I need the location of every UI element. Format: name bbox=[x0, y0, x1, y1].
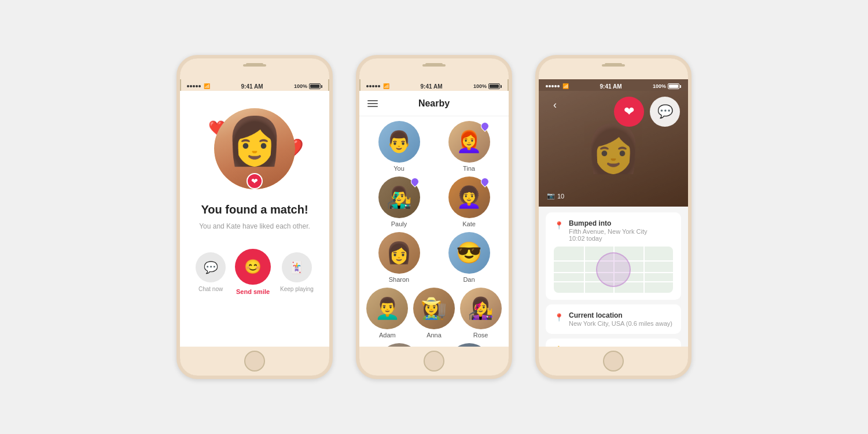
chat-label: Chat now bbox=[198, 286, 223, 292]
back-button[interactable]: ‹ bbox=[547, 97, 563, 113]
status-left-3: 📶 bbox=[546, 83, 569, 89]
bumped-location: Fifth Avenue, New York City bbox=[569, 228, 673, 235]
battery-3: 100% bbox=[653, 83, 681, 89]
map-radius-circle bbox=[596, 252, 631, 287]
match-subtitle: You and Kate have liked each other. bbox=[199, 221, 310, 231]
home-button-2[interactable] bbox=[424, 351, 444, 372]
name-anna: Anna bbox=[426, 332, 442, 339]
nearby-row-5: 👩‍🦳 Emma 👨 bbox=[364, 343, 504, 347]
pin-icon-location: 📍 bbox=[554, 312, 564, 322]
nearby-person-adam[interactable]: 👨‍🦱 Adam bbox=[366, 288, 408, 339]
nearby-person-rose[interactable]: 👩‍🎤 Rose bbox=[460, 288, 502, 339]
heart-badge: ❤ bbox=[247, 173, 263, 189]
nearby-person-you[interactable]: 👨 You bbox=[378, 121, 420, 172]
battery-pct-2: 100% bbox=[473, 83, 487, 89]
name-sharon: Sharon bbox=[389, 276, 409, 283]
name-dan: Dan bbox=[463, 276, 475, 283]
name-you: You bbox=[393, 165, 404, 172]
keep-circle[interactable]: 🃏 bbox=[282, 252, 312, 282]
phone-top-3 bbox=[539, 58, 688, 79]
avatar-extra: 👨 bbox=[448, 343, 490, 347]
nearby-person-emma[interactable]: 👩‍🦳 Emma bbox=[378, 343, 420, 347]
map-grid bbox=[554, 247, 673, 293]
battery-icon-2 bbox=[488, 83, 502, 89]
profile-hero: 👩 ‹ ❤ 💬 📷 10 bbox=[539, 91, 688, 207]
phone-nearby: 📶 9:41 AM 100% Nearby bbox=[356, 55, 512, 379]
speaker-2 bbox=[422, 64, 446, 67]
smile-action[interactable]: 😊 Send smile bbox=[235, 249, 271, 295]
phone-match: 📶 9:41 AM 100% ❤️ ❤️ ❤ ❤ You found a mat… bbox=[176, 55, 333, 379]
hero-buttons: ❤ 💬 bbox=[614, 97, 680, 127]
nearby-person-pauly[interactable]: 👨‍🎤 Pauly bbox=[378, 176, 420, 227]
location-label: Current location bbox=[569, 311, 673, 319]
home-button-1[interactable] bbox=[244, 351, 265, 372]
nearby-row-1: 👨 You 👩‍🦰 Tina bbox=[364, 121, 504, 172]
avatar-sharon: 👩 bbox=[378, 232, 420, 274]
avatar-dan: 😎 bbox=[448, 232, 490, 274]
phone-top-1 bbox=[180, 58, 329, 79]
nearby-screen: Nearby 👨 You 👩‍🦰 bbox=[359, 91, 509, 347]
smile-label: Send smile bbox=[236, 288, 270, 295]
nearby-row-2: 👨‍🎤 Pauly 👩‍🦱 Kate bbox=[364, 176, 504, 227]
match-actions: 💬 Chat now 😊 Send smile 🃏 Keep playing bbox=[192, 249, 318, 295]
nearby-header: Nearby bbox=[359, 91, 509, 116]
name-adam: Adam bbox=[379, 332, 396, 339]
photo-count: 📷 10 bbox=[547, 192, 564, 200]
home-button-3[interactable] bbox=[603, 351, 624, 372]
phone-bottom-2 bbox=[359, 347, 509, 376]
nearby-person-kate[interactable]: 👩‍🦱 Kate bbox=[448, 176, 490, 227]
battery-pct-3: 100% bbox=[653, 83, 666, 89]
status-left-1: 📶 bbox=[187, 83, 210, 89]
speaker-1 bbox=[243, 64, 266, 67]
time-3: 9:41 AM bbox=[599, 83, 621, 90]
phone-top-2 bbox=[359, 58, 509, 79]
nearby-person-anna[interactable]: 👩‍🌾 Anna bbox=[413, 288, 455, 339]
name-pauly: Pauly bbox=[391, 220, 407, 227]
nearby-title: Nearby bbox=[378, 98, 490, 109]
interests-title: 👍 3 common interests bbox=[554, 345, 673, 347]
nearby-person-tina[interactable]: 👩‍🦰 Tina bbox=[448, 121, 490, 172]
location-card: 📍 Current location New York City, USA (0… bbox=[546, 304, 681, 334]
nearby-person-extra[interactable]: 👨 bbox=[448, 343, 490, 347]
match-content: ❤️ ❤️ ❤ ❤ You found a match! You and Kat… bbox=[180, 91, 329, 347]
nearby-row-4: 👨‍🦱 Adam 👩‍🌾 Anna 👩‍🎤 bbox=[364, 288, 504, 339]
location-value: New York City, USA (0.6 miles away) bbox=[569, 320, 673, 327]
speaker-3 bbox=[602, 64, 625, 67]
interests-label: 3 common interests bbox=[566, 345, 631, 347]
time-display-1: 9:41 AM bbox=[241, 83, 263, 90]
phone-profile: 📶 9:41 AM 100% 👩 ‹ ❤ 💬 📷 bbox=[535, 55, 692, 379]
signal-dots bbox=[187, 85, 201, 87]
photo-count-num: 10 bbox=[557, 193, 564, 200]
battery-area-1: 100% bbox=[294, 83, 322, 89]
status-bar-2: 📶 9:41 AM 100% bbox=[359, 79, 509, 91]
bumped-row: 📍 Bumped into Fifth Avenue, New York Cit… bbox=[554, 219, 673, 242]
chat-circle[interactable]: 💬 bbox=[196, 252, 226, 282]
wifi-3: 📶 bbox=[562, 83, 569, 89]
wifi-2: 📶 bbox=[383, 83, 389, 89]
signal-3 bbox=[546, 85, 560, 87]
battery-pct-1: 100% bbox=[294, 83, 307, 89]
status-bar-3: 📶 9:41 AM 100% bbox=[539, 79, 688, 91]
keep-action[interactable]: 🃏 Keep playing bbox=[280, 252, 314, 292]
like-button[interactable]: ❤ bbox=[614, 97, 644, 127]
avatar-adam: 👨‍🦱 bbox=[366, 288, 408, 329]
nearby-person-dan[interactable]: 😎 Dan bbox=[448, 232, 490, 283]
match-avatar-container: ❤️ ❤️ ❤ ❤ bbox=[214, 108, 295, 189]
bumped-card: 📍 Bumped into Fifth Avenue, New York Cit… bbox=[546, 212, 681, 300]
nearby-row-3: 👩 Sharon 😎 Dan bbox=[364, 232, 504, 283]
phone-bottom-1 bbox=[180, 347, 329, 376]
name-tina: Tina bbox=[463, 165, 475, 172]
menu-button[interactable] bbox=[367, 100, 378, 107]
map-preview bbox=[554, 247, 673, 293]
profile-details: 📍 Bumped into Fifth Avenue, New York Cit… bbox=[539, 207, 688, 347]
nearby-person-sharon[interactable]: 👩 Sharon bbox=[378, 232, 420, 283]
name-kate: Kate bbox=[462, 220, 476, 227]
avatar-anna: 👩‍🌾 bbox=[413, 288, 455, 329]
chat-action[interactable]: 💬 Chat now bbox=[196, 252, 226, 292]
chat-button[interactable]: 💬 bbox=[650, 97, 680, 127]
wifi-icon: 📶 bbox=[204, 83, 210, 89]
smile-circle[interactable]: 😊 bbox=[235, 249, 271, 285]
profile-screen: 👩 ‹ ❤ 💬 📷 10 📍 Bumped into bbox=[539, 91, 688, 347]
time-2: 9:41 AM bbox=[420, 83, 442, 90]
name-rose: Rose bbox=[473, 332, 488, 339]
